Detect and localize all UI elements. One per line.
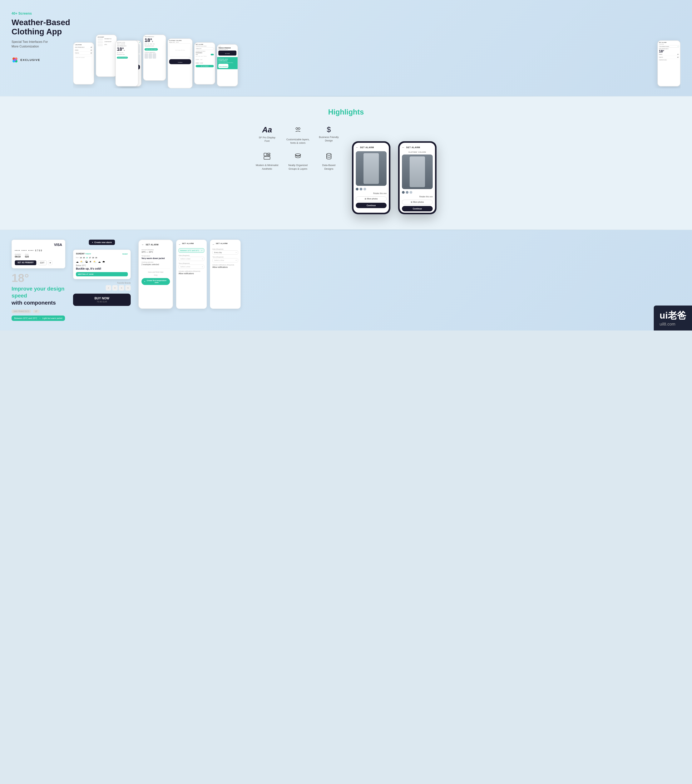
expiry-label: EXPIRY <box>15 254 21 255</box>
watermark-main: ui老爸 <box>659 310 686 322</box>
svg-rect-8 <box>267 153 270 154</box>
clothing-value: 2 examples selected <box>142 264 170 265</box>
notify-value: Allow notifications <box>179 272 204 275</box>
back-arrow-2: ← <box>179 243 181 246</box>
create-zone-btn[interactable]: + Create first temperature zone <box>142 278 170 285</box>
notify-value-3: Allow notifications <box>213 266 238 268</box>
set-primary-btn[interactable]: SET AS PRIMARY <box>15 260 36 265</box>
watermark: ui老爸 uil8.com <box>654 306 692 331</box>
phone-showcase: ← SET ALARM Retake this one ⊞ More p <box>352 137 437 218</box>
date-placeholder: Select a date <box>180 258 191 260</box>
favorite-brands-label: Favorite Brands <box>73 282 131 284</box>
time-field: Time (Required) Select a time › <box>179 262 204 269</box>
weather-icons-row: ☁ ⛅ 🌤 ☀ ⛅ ☁ 🌧 <box>76 260 128 263</box>
more-photos-btn-1[interactable]: ⊞ More photos <box>356 196 387 201</box>
notify-field-3: Activate notifications (Required) Allow … <box>213 264 238 268</box>
brand-icon-2: H <box>112 285 118 290</box>
date-dropdown[interactable]: Select a date › <box>179 257 204 261</box>
cvv-value: 020 <box>25 255 29 258</box>
edit-btn[interactable]: EDIT <box>38 260 46 265</box>
color-dots-1 <box>356 188 387 190</box>
brand-icon-4: N <box>125 285 131 290</box>
notify-field: Activate notifications (Required) Allow … <box>179 270 204 275</box>
hero-title: Weather-BasedClothing App <box>12 18 73 36</box>
brand-icon-3: G <box>119 285 124 290</box>
color-dot-light-2 <box>410 191 412 194</box>
sf-temp-small: 18° <box>33 310 40 313</box>
alarm-mini-screen-3: ← SET ALARM Date (Required) Every day › … <box>210 240 241 309</box>
zone-suggestion: Light but warm jacket <box>43 317 63 320</box>
every-day-label: Date (Required) <box>213 248 238 250</box>
create-alarm-btn[interactable]: + Create new alarm <box>89 240 115 245</box>
time-dropdown[interactable]: Select a time › <box>179 265 204 269</box>
big-temp-display: 18° <box>12 272 65 284</box>
stack-icon <box>294 152 302 161</box>
highlight-organized-label: Neatly OrganizedGroups & Layers <box>288 163 308 170</box>
card-expiry-field: EXPIRY 06/19 <box>15 254 21 258</box>
back-arrow-3: ← <box>213 243 215 246</box>
zone-label: Between 10°C and 15°C <box>14 317 37 320</box>
highlight-business: $ Business FriendlyDesign <box>317 126 340 145</box>
set-alarm-title-2: SET ALARM <box>406 146 420 148</box>
create-zone-label: Create first temperature zone <box>146 280 167 283</box>
every-day-field: Date (Required) Every day › <box>213 248 238 255</box>
hero-exclusive: EXCLUSIVE <box>12 56 73 63</box>
date-field: Date (Required) Select a date › <box>179 255 204 261</box>
set-alarm-heading: SET ALARM <box>146 244 158 246</box>
grid-icon <box>263 152 271 161</box>
watermark-sub: uil8.com <box>659 322 686 327</box>
svg-point-11 <box>295 154 301 156</box>
select-time-dropdown[interactable]: Select a time › <box>213 258 238 262</box>
exclusive-label: EXCLUSIVE <box>20 58 40 61</box>
delete-btn[interactable]: ✕ <box>48 260 52 265</box>
svg-rect-9 <box>267 155 270 156</box>
back-arrow-icon-2: ← <box>402 146 405 149</box>
weather-card: SUNDAY TODAY RAINY Nov 14 15 16 17 18 19… <box>73 250 131 279</box>
highlight-organized: Neatly OrganizedGroups & Layers <box>287 152 310 170</box>
every-day-dropdown[interactable]: Every day › <box>213 250 238 255</box>
buy-now-label: BUY NOW <box>76 297 128 300</box>
retake-text-1: Retake this one <box>356 192 387 194</box>
zone-icon: → <box>39 317 41 320</box>
mini-phone-trench: 1 of 5 TRENCH PREMIUM Lorem ipsum dolor … <box>217 44 238 86</box>
mini-phone-alarm-location: SET ALARM LOCATION Enter different locat… <box>657 40 680 86</box>
chevron-every: › <box>236 252 236 254</box>
temp-zone-box: Between 10°C and 15°C → Light but warm j… <box>12 316 65 321</box>
plus-icon-zone: + <box>144 280 145 282</box>
chevron-time: › <box>202 266 203 268</box>
alarm-mini-screen-2: ← SET ALARM Between 10°C and 15°C ✓ Date… <box>176 240 207 309</box>
woman-figure-2 <box>410 156 425 187</box>
layers-icon <box>294 126 302 135</box>
highlight-data-label: Data-BasedDesigns <box>322 163 335 170</box>
highlight-minimalist: Modern & MinimalistAesthetic <box>255 152 279 170</box>
buy-now-btn[interactable]: BUY NOW 79.95 EUR <box>73 293 131 306</box>
calendar-row: Nov 14 15 16 17 18 19 <box>76 257 128 259</box>
amount-field: Amount (Needed) 10°C — 15°C <box>142 249 170 253</box>
set-alarm-title-1: SET ALARM <box>360 146 374 148</box>
back-arrow-phone: ← <box>142 243 144 246</box>
payment-card: VISA •••• •••• •••• 6789 EXPIRY 06/19 CV… <box>12 240 65 268</box>
continue-btn-1[interactable]: Continue <box>356 203 387 208</box>
highlights-section: Highlights Aa SF Pro DisplayFont <box>0 96 692 230</box>
chevron-select-time: › <box>236 259 236 261</box>
alarm-dropdown-teal[interactable]: Between 10°C and 15°C ✓ <box>179 248 204 253</box>
mini-phone-account: ACCOUNT PAYMENT 25 CONTAFORT OTH <box>96 35 117 77</box>
color-dots-2 <box>402 191 433 194</box>
check-icon: ✓ <box>201 249 203 252</box>
faq-label: FAQ <box>142 274 170 277</box>
card-cvv-field: CVV 020 <box>25 254 29 258</box>
favorite-brands-row: Z H G N <box>73 285 131 290</box>
color-dot-dark-2 <box>402 191 405 194</box>
card-actions: SET AS PRIMARY EDIT ✕ <box>15 260 62 265</box>
sunday-label: SUNDAY TODAY <box>76 252 91 255</box>
database-icon <box>325 152 333 161</box>
continue-btn-2[interactable]: Continue <box>402 206 433 211</box>
notify-required-label: Activate notifications (Required) <box>179 270 204 272</box>
highlights-grid: Aa SF Pro DisplayFont Customizable layer… <box>255 126 340 171</box>
notify-label-3: Activate notifications (Required) <box>213 264 238 266</box>
showcase-image-2 <box>402 155 433 189</box>
date-required-label: Date (Required) <box>179 255 204 256</box>
more-photos-btn-2[interactable]: ⊞ More photos <box>402 200 433 204</box>
clothing-label: Clothing selected <box>142 261 170 263</box>
highlight-font: Aa SF Pro DisplayFont <box>255 126 279 145</box>
